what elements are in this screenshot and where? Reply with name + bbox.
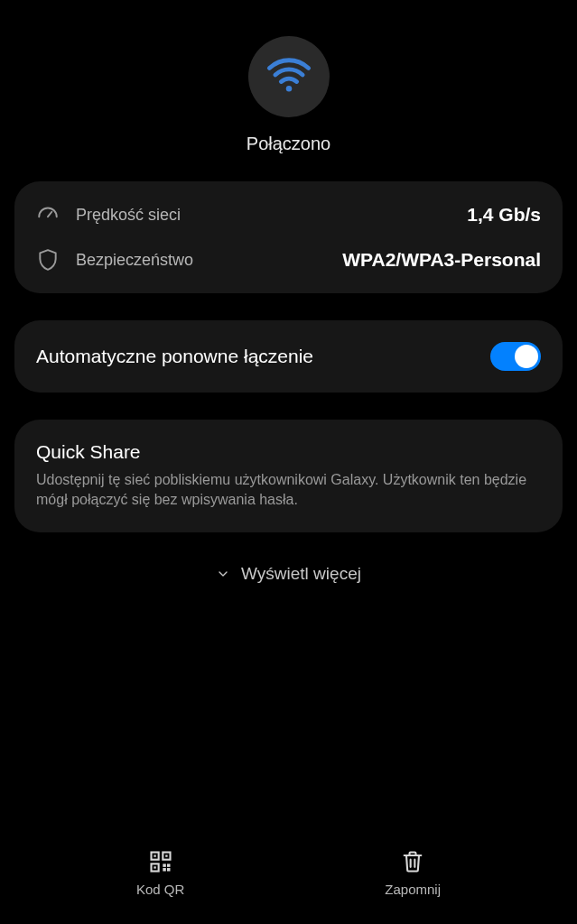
connection-status: Połączono	[247, 134, 330, 154]
shield-icon	[36, 248, 60, 272]
toggle-thumb	[515, 345, 538, 368]
wifi-header: Połączono	[0, 0, 577, 181]
svg-rect-10	[163, 868, 166, 872]
security-value: WPA2/WPA3-Personal	[342, 249, 541, 271]
chevron-down-icon	[216, 567, 230, 581]
svg-line-1	[48, 212, 51, 217]
auto-reconnect-card: Automatyczne ponowne łączenie	[14, 320, 563, 393]
network-info-card: Prędkość sieci 1,4 Gb/s Bezpieczeństwo W…	[14, 181, 563, 293]
security-label: Bezpieczeństwo	[76, 251, 193, 270]
speed-label: Prędkość sieci	[76, 206, 181, 225]
forget-button[interactable]: Zapomnij	[385, 849, 441, 897]
trash-icon	[400, 849, 425, 874]
content-container: Prędkość sieci 1,4 Gb/s Bezpieczeństwo W…	[0, 181, 577, 532]
security-left: Bezpieczeństwo	[36, 248, 193, 272]
bottom-actions-bar: Kod QR Zapomnij	[0, 831, 577, 924]
wifi-icon-container	[248, 36, 330, 117]
security-row[interactable]: Bezpieczeństwo WPA2/WPA3-Personal	[36, 248, 541, 272]
svg-rect-6	[165, 855, 167, 856]
show-more-label: Wyświetl więcej	[241, 564, 361, 584]
auto-reconnect-row: Automatyczne ponowne łączenie	[36, 342, 541, 371]
quick-share-description: Udostępnij tę sieć pobliskiemu użytkowni…	[36, 470, 541, 511]
auto-reconnect-label: Automatyczne ponowne łączenie	[36, 346, 313, 367]
qr-code-icon	[148, 849, 173, 874]
speed-value: 1,4 Gb/s	[467, 204, 541, 226]
show-more-button[interactable]: Wyświetl więcej	[0, 564, 577, 584]
wifi-icon	[265, 51, 312, 102]
quick-share-title: Quick Share	[36, 441, 541, 463]
svg-point-0	[285, 86, 292, 92]
svg-rect-7	[154, 866, 155, 868]
qr-code-button[interactable]: Kod QR	[136, 849, 184, 897]
svg-rect-9	[167, 864, 171, 867]
svg-rect-8	[163, 864, 166, 867]
speed-left: Prędkość sieci	[36, 203, 181, 226]
speedometer-icon	[36, 203, 60, 226]
auto-reconnect-toggle[interactable]	[490, 342, 541, 371]
forget-label: Zapomnij	[385, 882, 441, 897]
quick-share-card[interactable]: Quick Share Udostępnij tę sieć pobliskie…	[14, 420, 563, 532]
svg-rect-5	[154, 855, 155, 856]
speed-row[interactable]: Prędkość sieci 1,4 Gb/s	[36, 203, 541, 226]
qr-code-label: Kod QR	[136, 882, 184, 897]
svg-rect-11	[167, 868, 171, 872]
